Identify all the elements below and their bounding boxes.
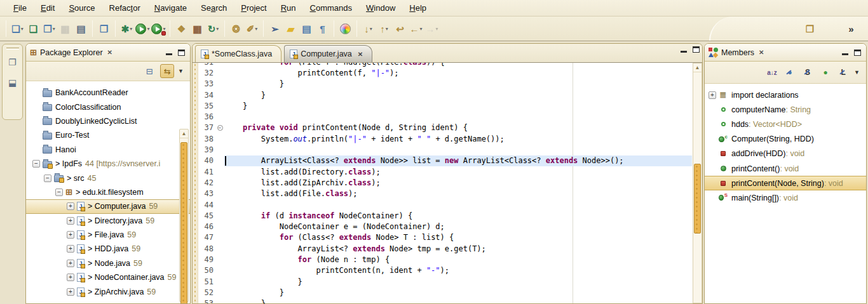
sort-button[interactable]: a↓z <box>765 65 779 79</box>
expander-icon[interactable]: + <box>67 288 74 296</box>
menu-edit[interactable]: Edit <box>34 1 62 15</box>
open-type-button[interactable]: ❂ <box>228 20 244 37</box>
new-class-button[interactable]: ❑ <box>25 20 41 37</box>
code-line[interactable]: 47 for (Class<? extends Node> T : list) … <box>198 232 692 243</box>
code-line[interactable]: 33 } <box>198 79 692 89</box>
package-explorer-scrollbar[interactable]: ▲ <box>179 129 189 302</box>
tree-item[interactable]: DoublyLinkedCyclicList <box>26 114 190 128</box>
hide-fields-button[interactable]: ● <box>783 65 797 79</box>
expander-icon[interactable]: + <box>67 231 74 239</box>
tree-item[interactable]: −⊞> edu.kit.filesystem <box>26 185 190 199</box>
tree-item[interactable]: Euro-Test <box>26 128 190 142</box>
next-match-button[interactable]: ➢ <box>267 20 283 37</box>
new-file-button[interactable]: ❐▾ <box>41 20 57 37</box>
forward-button[interactable]: →▾ <box>424 20 440 37</box>
code-line[interactable]: 41 list.add(Directory.class); <box>198 166 692 177</box>
minimize-button[interactable] <box>166 53 172 55</box>
tree-item[interactable]: −> src45 <box>26 171 190 185</box>
code-line[interactable]: 50 printContent(n, ident + "-"); <box>198 265 692 276</box>
member-item[interactable]: +≣import declarations <box>705 88 866 102</box>
tree-item[interactable]: ColorClassification <box>26 100 190 114</box>
code-line[interactable]: 32 printContent(f, "|-"); <box>198 67 692 78</box>
menu-project[interactable]: Project <box>234 1 273 15</box>
tab-computer-java[interactable]: J Computer.java ✕ <box>284 45 372 62</box>
back-button[interactable]: ←▾ <box>408 20 424 37</box>
new-wizard-button[interactable]: ❏▾ <box>10 20 25 37</box>
expander-icon[interactable]: + <box>67 260 74 267</box>
menu-run[interactable]: Run <box>274 1 303 15</box>
member-item[interactable]: printContent(Node, String) : void <box>705 176 866 190</box>
code-line[interactable]: 44 <box>198 199 692 210</box>
menu-source[interactable]: Source <box>62 1 102 15</box>
show-public-button[interactable]: ● <box>818 65 832 79</box>
tree-item[interactable]: −> IpdFs44 [https://svnserver.i <box>26 157 190 171</box>
highlight-button[interactable]: ▰ <box>283 20 299 37</box>
prev-annotation-button[interactable]: ↑▾ <box>376 20 392 37</box>
code-line[interactable]: 38 System.out.println("|-" + ident + " "… <box>198 133 692 144</box>
save-button[interactable]: ▦ <box>57 20 73 37</box>
expander-icon[interactable]: + <box>67 245 74 253</box>
scrollbar-thumb[interactable] <box>180 142 187 304</box>
menu-navigate[interactable]: Navigate <box>147 1 194 15</box>
open-folder-icon[interactable]: ⬓ <box>5 75 20 90</box>
editor-scrollbar[interactable]: ▲ <box>693 63 702 303</box>
tree-item[interactable]: +J> Directory.java59 <box>26 214 190 228</box>
last-edit-location-button[interactable]: ↩ <box>392 20 408 37</box>
tree-item[interactable]: +J> HDD.java59 <box>26 242 190 256</box>
scrollbar-thumb[interactable] <box>694 164 701 234</box>
expander-icon[interactable]: + <box>709 91 716 99</box>
member-item[interactable]: cComputer(String, HDD) <box>705 132 866 147</box>
code-line[interactable]: 46 NodeContainer e = (NodeContainer) d; <box>198 221 692 232</box>
tree-item[interactable]: +J> File.java59 <box>26 228 190 242</box>
fold-margin[interactable]: − <box>215 125 224 131</box>
menu-search[interactable]: Search <box>194 1 234 15</box>
code-line[interactable]: 31 for (File f : hdd.get(File.class)) { <box>198 63 692 67</box>
menu-file[interactable]: File <box>6 1 34 15</box>
tree-item[interactable]: +J> ZipArchiv.java59 <box>26 284 190 298</box>
tab-someclass-java[interactable]: J *SomeClass.java <box>195 45 281 62</box>
maximize-button[interactable] <box>854 50 861 56</box>
run-button[interactable]: ▾ <box>135 20 151 37</box>
code-line[interactable]: 53 } <box>198 298 692 303</box>
print-button[interactable]: ▤ <box>73 20 89 37</box>
expander-icon[interactable]: + <box>67 202 74 210</box>
copy-button[interactable]: ❐ <box>96 20 112 37</box>
maximize-button[interactable] <box>693 46 700 53</box>
expander-icon[interactable]: + <box>67 217 74 225</box>
member-item[interactable]: addDrive(HDD) : void <box>705 147 866 161</box>
code-line[interactable]: 52 } <box>198 287 692 298</box>
annotation-ruler[interactable] <box>193 63 198 303</box>
menu-window[interactable]: Window <box>359 1 402 15</box>
menu-commands[interactable]: Commands <box>303 1 359 15</box>
editor-presentation-button[interactable]: ❒ <box>802 20 818 37</box>
expander-icon[interactable]: − <box>55 188 63 196</box>
tree-item[interactable]: Hanoi <box>26 143 190 157</box>
code-line[interactable]: 37− private void printContent(Node d, St… <box>198 122 692 133</box>
collapse-all-button[interactable]: ⊟ <box>142 64 156 78</box>
close-tab-icon[interactable]: ✕ <box>358 51 363 58</box>
tree-item[interactable]: BankAccountReader <box>26 86 190 100</box>
code-line[interactable]: 39 <box>198 144 692 155</box>
toolbar-overflow-chevron[interactable]: » <box>843 20 859 37</box>
code-line[interactable]: 34 } <box>198 89 692 100</box>
close-view-icon[interactable]: ✕ <box>106 49 114 56</box>
code-line[interactable]: 51 } <box>198 276 692 287</box>
tree-item[interactable]: +J> Node.java59 <box>26 256 190 270</box>
restore-views-icon[interactable]: ❐ <box>5 55 20 70</box>
link-with-editor-button[interactable]: ⇆ <box>160 64 174 78</box>
search-button[interactable]: ✐▾ <box>244 20 260 37</box>
code-line[interactable]: 36 <box>198 111 692 122</box>
drag-handle[interactable] <box>6 48 19 50</box>
expander-icon[interactable]: − <box>44 175 51 182</box>
member-item[interactable]: computerName : String <box>705 102 866 117</box>
member-item[interactable]: printContent() : void <box>705 161 866 176</box>
show-whitespace-button[interactable]: ¶ <box>315 20 330 37</box>
member-item[interactable]: Smain(String[]) : void <box>705 190 866 205</box>
run-external-button[interactable]: ▾ <box>151 20 166 37</box>
view-menu-icon[interactable]: ▼ <box>854 69 860 76</box>
code-line[interactable]: 45 if (d instanceof NodeContainer) { <box>198 210 692 221</box>
view-menu-icon[interactable]: ▼ <box>178 68 184 74</box>
code-line[interactable]: 42 list.add(ZipArchiv.class); <box>198 177 692 188</box>
debug-button[interactable]: ✱▾ <box>119 20 135 37</box>
show-source-button[interactable]: ▤ <box>299 20 315 37</box>
